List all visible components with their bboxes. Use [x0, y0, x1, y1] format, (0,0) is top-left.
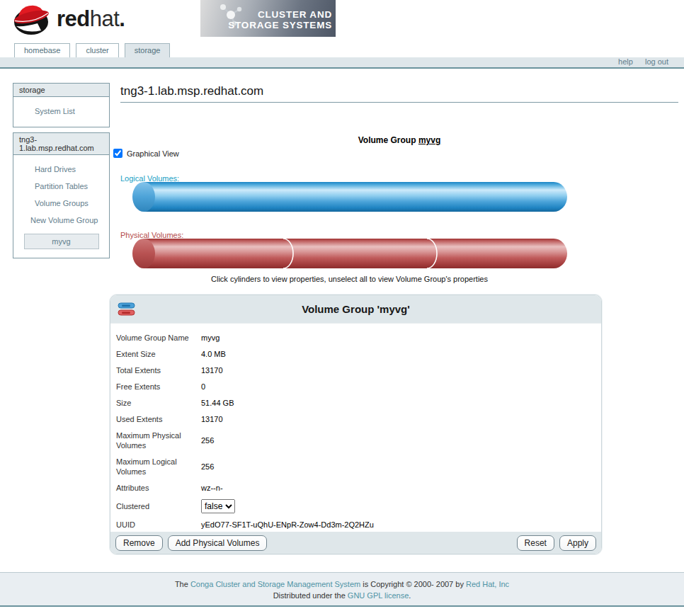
property-value: wz--n-: [201, 484, 223, 492]
property-value: yEdO77-SF1T-uQhU-ENpR-Zow4-Dd3m-2Q2HZu: [201, 520, 374, 529]
property-label: Free Extents: [116, 382, 201, 392]
property-row-max-logical-volumes: Maximum Logical Volumes 256: [116, 453, 594, 479]
graphical-view-label: Graphical View: [127, 149, 179, 158]
property-label: Volume Group Name: [116, 333, 201, 343]
sidebar-item-system-list[interactable]: System List: [13, 103, 109, 120]
property-row-clustered: Clustered false: [116, 496, 594, 516]
sidebar-item-myvg-selected[interactable]: myvg: [24, 234, 99, 249]
remove-button[interactable]: Remove: [115, 535, 163, 551]
property-value: 256: [201, 436, 214, 445]
property-row-size: Size 51.44 GB: [116, 394, 594, 411]
property-value: 51.44 GB: [201, 399, 234, 407]
property-value: 13170: [201, 415, 223, 423]
property-row-max-physical-volumes: Maximum Physical Volumes 256: [116, 427, 594, 453]
logical-volume-cylinder[interactable]: [131, 181, 568, 212]
session-bar: help log out: [0, 57, 684, 69]
property-label: Total Extents: [116, 365, 201, 375]
property-value: 0: [201, 382, 205, 391]
property-row-free-extents: Free Extents 0: [116, 378, 594, 394]
property-label: Attributes: [116, 483, 201, 493]
property-label: Maximum Logical Volumes: [116, 457, 201, 477]
property-label: Extent Size: [116, 349, 201, 359]
footer-text: is Copyright © 2000- 2007 by: [360, 580, 466, 588]
page-footer: The Conga Cluster and Storage Management…: [0, 572, 684, 607]
apply-button[interactable]: Apply: [559, 535, 596, 551]
clustered-select[interactable]: false: [201, 499, 235, 513]
footer-text: The: [175, 580, 190, 588]
volume-group-link[interactable]: myvg: [418, 135, 440, 145]
red-cylinder-graphic: [131, 238, 568, 269]
tab-homebase[interactable]: homebase: [14, 43, 70, 57]
footer-line-1: The Conga Cluster and Storage Management…: [0, 578, 684, 590]
logout-link[interactable]: log out: [645, 57, 668, 66]
graphical-view-checkbox[interactable]: [113, 149, 122, 158]
sidebar-storage-title: storage: [13, 84, 109, 97]
property-value: 13170: [201, 366, 223, 375]
panel-footer: Remove Add Physical Volumes Reset Apply: [110, 532, 601, 554]
sidebar-host-box: tng3-1.lab.msp.redhat.com Hard Drives Pa…: [13, 132, 110, 258]
reset-button[interactable]: Reset: [517, 535, 554, 551]
banner-title: CLUSTER AND STORAGE SYSTEMS: [228, 9, 332, 30]
redhat-logo: redhat.: [11, 1, 125, 37]
footer-text: Distributed under the: [273, 591, 348, 600]
sidebar-item-hard-drives[interactable]: Hard Drives: [13, 161, 109, 178]
logo-wordmark: redhat.: [57, 6, 125, 32]
property-label: Used Extents: [116, 414, 201, 424]
footer-text: .: [409, 591, 411, 600]
property-value: 256: [201, 462, 214, 471]
page-title: tng3-1.lab.msp.redhat.com: [120, 84, 678, 103]
volume-group-panel: Volume Group 'myvg' Volume Group Name my…: [110, 295, 602, 554]
property-label: Size: [116, 398, 201, 408]
blue-cylinder-graphic: [131, 181, 568, 212]
tab-cluster[interactable]: cluster: [76, 43, 118, 57]
property-value: 4.0 MB: [201, 350, 226, 358]
sidebar-host-title: tng3-1.lab.msp.redhat.com: [13, 133, 109, 155]
disks-icon: [118, 302, 136, 317]
add-physical-volumes-button[interactable]: Add Physical Volumes: [168, 535, 268, 551]
panel-body: Volume Group Name myvg Extent Size 4.0 M…: [110, 324, 601, 532]
property-value: myvg: [201, 333, 220, 342]
product-banner: CLUSTER AND STORAGE SYSTEMS: [200, 0, 336, 37]
redhat-link[interactable]: Red Hat, Inc: [466, 580, 509, 588]
page: redhat. CLUSTER AND STORAGE SYSTEMS home…: [0, 0, 684, 616]
physical-volume-cylinder[interactable]: [131, 238, 568, 269]
property-row-total-extents: Total Extents 13170: [116, 362, 594, 378]
property-label: Maximum Physical Volumes: [116, 430, 201, 450]
sidebar-item-partition-tables[interactable]: Partition Tables: [13, 178, 109, 195]
conga-link[interactable]: Conga Cluster and Storage Management Sys…: [190, 580, 360, 588]
property-row-extent-size: Extent Size 4.0 MB: [116, 346, 594, 362]
help-link[interactable]: help: [618, 57, 633, 66]
panel-header: Volume Group 'myvg': [110, 295, 601, 324]
section-heading: Volume Group myvg: [120, 135, 678, 145]
redhat-fedora-icon: [11, 1, 51, 37]
banner-line-2: STORAGE SYSTEMS: [228, 20, 332, 30]
tab-storage[interactable]: storage: [125, 43, 171, 57]
logo-hat: hat: [90, 6, 120, 31]
graphical-view-control: Graphical View: [113, 149, 179, 158]
main-tabs: homebase cluster storage: [14, 43, 170, 57]
property-row-volume-group-name: Volume Group Name myvg: [116, 329, 594, 346]
logo-dot: .: [119, 6, 125, 31]
section-heading-prefix: Volume Group: [358, 135, 418, 145]
gpl-license-link[interactable]: GNU GPL license: [348, 591, 409, 600]
banner-line-1: CLUSTER AND: [228, 9, 332, 20]
sidebar-item-new-volume-group[interactable]: New Volume Group: [13, 212, 109, 229]
footer-line-2: Distributed under the GNU GPL license.: [0, 590, 684, 601]
panel-title: Volume Group 'myvg': [110, 295, 601, 324]
property-label: UUID: [116, 520, 201, 530]
property-row-uuid: UUID yEdO77-SF1T-uQhU-ENpR-Zow4-Dd3m-2Q2…: [116, 516, 594, 532]
cylinder-hint: Click cylinders to view properties, unse…: [131, 275, 568, 283]
sidebar-storage-box: storage System List: [13, 83, 110, 127]
property-label: Clustered: [116, 501, 201, 511]
logo-red: red: [57, 6, 90, 31]
property-row-attributes: Attributes wz--n-: [116, 479, 594, 496]
sidebar-item-volume-groups[interactable]: Volume Groups: [13, 195, 109, 212]
property-row-used-extents: Used Extents 13170: [116, 411, 594, 427]
